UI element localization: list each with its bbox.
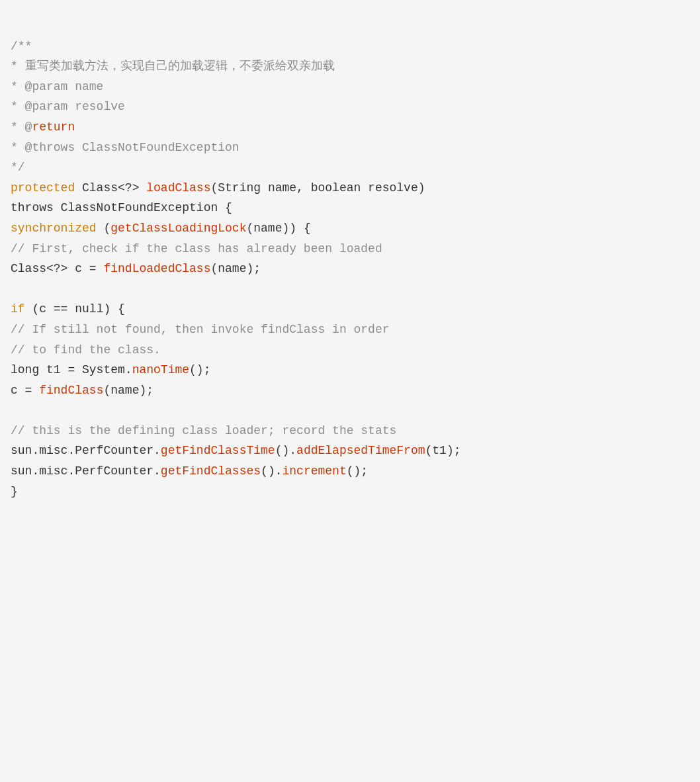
line-findloaded: Class<?> c = findLoadedClass(name); bbox=[11, 262, 261, 275]
code-container: /** * 重写类加载方法，实现自己的加载逻辑，不委派给双亲加载 * @para… bbox=[0, 0, 700, 782]
line-comment-stats: // this is the defining class loader; re… bbox=[11, 424, 396, 437]
line-close-brace: } bbox=[11, 485, 18, 498]
line-comment-if1: // If still not found, then invoke findC… bbox=[11, 323, 390, 336]
line-comment-throws: * @throws ClassNotFoundException bbox=[11, 141, 240, 154]
line-comment-4: * @param resolve bbox=[11, 100, 125, 113]
line-findclass: c = findClass(name); bbox=[11, 384, 153, 397]
line-comment-2: * 重写类加载方法，实现自己的加载逻辑，不委派给双亲加载 bbox=[11, 60, 335, 73]
line-nanotime: long t1 = System.nanoTime(); bbox=[11, 363, 210, 376]
line-perf-time: sun.misc.PerfCounter.getFindClassTime().… bbox=[11, 444, 461, 457]
line-throws: throws ClassNotFoundException { bbox=[11, 201, 232, 214]
line-comment-3: * @param name bbox=[11, 80, 103, 93]
line-protected: protected Class<?> loadClass(String name… bbox=[11, 181, 425, 195]
line-if: if (c == null) { bbox=[11, 302, 125, 316]
line-comment-end: */ bbox=[11, 161, 25, 174]
line-comment-return: * @return bbox=[11, 120, 75, 134]
line-synchronized: synchronized (getClassLoadingLock(name))… bbox=[11, 222, 311, 235]
line-comment-if2: // to find the class. bbox=[11, 343, 161, 357]
code-block: /** * 重写类加载方法，实现自己的加载逻辑，不委派给双亲加载 * @para… bbox=[11, 16, 689, 522]
line-perf-classes: sun.misc.PerfCounter.getFindClasses().in… bbox=[11, 464, 368, 478]
line-comment-first: // First, check if the class has already… bbox=[11, 242, 382, 255]
line-comment-1: /** bbox=[11, 40, 32, 53]
